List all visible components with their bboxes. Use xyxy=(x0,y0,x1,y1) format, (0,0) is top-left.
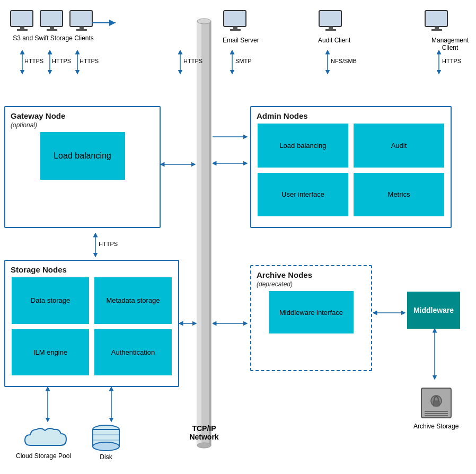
admin-audit: Audit xyxy=(354,124,444,168)
archive-nodes-box: Archive Nodes (deprecated) Middleware in… xyxy=(250,265,372,371)
arrow-middleware-to-storage xyxy=(429,329,440,382)
https-label-storage: HTTPS xyxy=(90,233,127,261)
arrow-pipe-admin-bidir xyxy=(213,158,250,169)
https-arrow-mgmt: HTTPS xyxy=(434,50,463,77)
monitor-icon xyxy=(10,10,35,33)
svg-rect-21 xyxy=(425,11,447,27)
gateway-node-title: Gateway Node xyxy=(11,111,154,120)
admin-user-interface: User interface xyxy=(258,173,348,217)
svg-rect-20 xyxy=(325,29,336,31)
archive-nodes-title: Archive Nodes xyxy=(257,270,366,279)
svg-text:SMTP: SMTP xyxy=(235,58,252,64)
gateway-node-subtitle: (optional) xyxy=(11,121,154,129)
arrow-clients-to-gateway xyxy=(92,17,118,28)
svg-rect-15 xyxy=(224,11,246,27)
middleware-box: Middleware xyxy=(407,292,460,329)
svg-rect-10 xyxy=(47,29,57,31)
svg-text:HTTPS: HTTPS xyxy=(80,58,99,64)
disk-storage: Disk xyxy=(90,424,122,461)
svg-rect-23 xyxy=(431,29,442,31)
archive-storage-label: Archive Storage xyxy=(413,423,459,430)
tcp-ip-label: TCP/IP Network xyxy=(184,424,224,441)
svg-text:HTTPS: HTTPS xyxy=(442,58,461,64)
admin-nodes-box: Admin Nodes Load balancing Audit User in… xyxy=(250,106,452,228)
svg-rect-17 xyxy=(230,29,241,31)
cloud-storage-label: Cloud Storage Pool xyxy=(16,452,71,460)
svg-text:HTTPS: HTTPS xyxy=(99,241,118,247)
arrow-pipe-to-admin xyxy=(213,131,250,142)
storage-metadata: Metadata storage xyxy=(94,277,172,324)
https-arrows-s3: HTTPS HTTPS HTTPS xyxy=(10,50,100,77)
archive-middleware-interface: Middleware interface xyxy=(269,291,354,333)
svg-rect-2 xyxy=(209,21,211,445)
svg-rect-18 xyxy=(319,11,341,27)
svg-rect-1 xyxy=(197,21,201,445)
svg-rect-16 xyxy=(233,27,237,29)
tcp-pipe xyxy=(195,16,213,451)
svg-rect-7 xyxy=(17,29,28,31)
svg-rect-6 xyxy=(20,27,24,29)
svg-rect-19 xyxy=(329,27,333,29)
svg-text:HTTPS: HTTPS xyxy=(52,58,71,64)
admin-metrics: Metrics xyxy=(354,173,444,217)
gateway-node-box: Gateway Node (optional) Load balancing xyxy=(4,106,161,228)
middleware-label: Middleware xyxy=(413,306,454,314)
arrow-pipe-to-archive xyxy=(213,318,250,329)
https-arrow-gateway: HTTPS xyxy=(175,50,207,77)
storage-authentication: Authentication xyxy=(94,329,172,376)
archive-nodes-subtitle: (deprecated) xyxy=(257,280,366,288)
arrow-archive-to-middleware xyxy=(373,308,408,318)
svg-rect-9 xyxy=(50,27,54,29)
svg-text:NFS/SMB: NFS/SMB xyxy=(331,58,357,64)
smtp-arrow: SMTP xyxy=(227,50,256,77)
management-client: Management Client xyxy=(424,10,476,51)
svg-point-4 xyxy=(197,443,211,448)
audit-client: Audit Client xyxy=(318,10,350,44)
monitor-icon xyxy=(69,10,94,33)
monitor-icon xyxy=(39,10,65,33)
email-server-client: Email Server xyxy=(223,10,259,44)
arrow-to-disk xyxy=(106,387,117,424)
s3-swift-label: S3 and Swift Storage Clients xyxy=(10,34,97,42)
gateway-load-balancing: Load balancing xyxy=(40,132,125,180)
arrow-to-cloud xyxy=(42,387,53,424)
svg-rect-12 xyxy=(80,27,84,29)
storage-data: Data storage xyxy=(12,277,89,324)
storage-nodes-title: Storage Nodes xyxy=(11,265,173,274)
svg-rect-22 xyxy=(435,27,439,29)
architecture-diagram: TCP/IP Network S3 and Swift Storage Clie… xyxy=(0,0,476,474)
s3-swift-clients xyxy=(10,10,94,33)
svg-point-57 xyxy=(93,442,119,451)
arrow-storage-to-pipe xyxy=(179,318,198,329)
svg-text:HTTPS: HTTPS xyxy=(183,58,202,64)
storage-nodes-box: Storage Nodes Data storage Metadata stor… xyxy=(4,260,179,387)
disk-label: Disk xyxy=(90,453,122,461)
cloud-storage-pool: Cloud Storage Pool xyxy=(16,424,71,460)
storage-ilm: ILM engine xyxy=(12,329,89,376)
svg-point-3 xyxy=(197,19,211,24)
svg-rect-13 xyxy=(76,29,87,31)
svg-rect-5 xyxy=(11,11,33,27)
svg-rect-52 xyxy=(433,401,439,406)
svg-rect-11 xyxy=(70,11,92,27)
svg-text:HTTPS: HTTPS xyxy=(24,58,43,64)
admin-load-balancing: Load balancing xyxy=(258,124,348,168)
svg-rect-8 xyxy=(40,11,63,27)
archive-storage: Archive Storage xyxy=(413,387,459,430)
arrow-gateway-to-pipe xyxy=(161,159,198,170)
nfs-smb-arrow: NFS/SMB xyxy=(322,50,359,77)
admin-nodes-title: Admin Nodes xyxy=(257,111,445,120)
